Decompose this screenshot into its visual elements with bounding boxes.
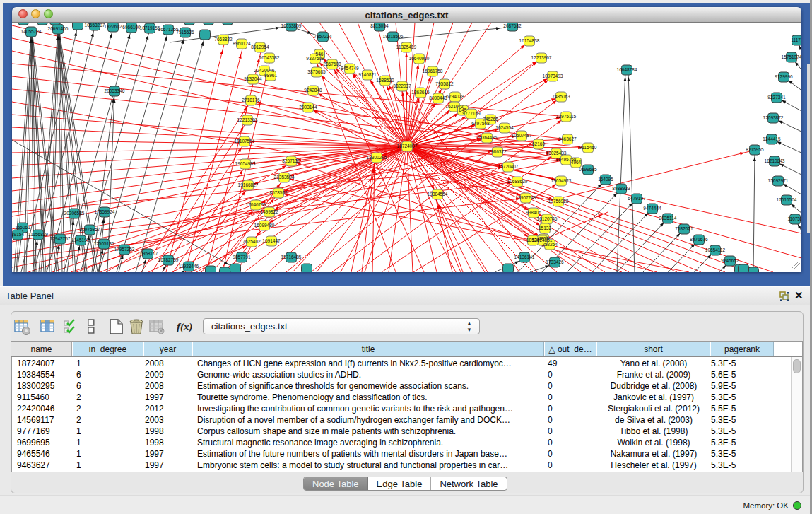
svg-text:11325419: 11325419: [396, 45, 417, 49]
svg-text:98961: 98961: [264, 73, 277, 78]
svg-text:11156829: 11156829: [28, 232, 48, 237]
svg-text:20975857: 20975857: [80, 227, 100, 232]
svg-text:20364436: 20364436: [477, 135, 498, 140]
svg-text:4964: 4964: [571, 160, 582, 165]
svg-text:1499822: 1499822: [260, 209, 278, 214]
svg-text:19654983: 19654983: [235, 161, 256, 166]
svg-text:1327602: 1327602: [104, 24, 122, 29]
svg-text:11923446: 11923446: [179, 264, 199, 269]
svg-text:12975115: 12975115: [556, 114, 577, 119]
svg-text:18107554: 18107554: [235, 139, 255, 144]
svg-text:1145191: 1145191: [72, 238, 90, 243]
svg-text:8215955: 8215955: [746, 147, 764, 152]
svg-text:14136141: 14136141: [514, 255, 535, 259]
svg-text:8938923: 8938923: [612, 186, 630, 191]
svg-text:7955812: 7955812: [435, 81, 454, 86]
svg-text:7485063: 7485063: [552, 94, 570, 99]
svg-text:7857224: 7857224: [314, 34, 332, 39]
svg-text:938406: 938406: [526, 210, 541, 215]
svg-text:0699695: 0699695: [579, 167, 597, 172]
svg-text:18907249: 18907249: [516, 195, 536, 200]
svg-text:62160: 62160: [532, 141, 545, 146]
svg-text:2903144: 2903144: [299, 105, 317, 110]
svg-text:18724007: 18724007: [397, 144, 418, 148]
svg-text:6479197: 6479197: [628, 196, 646, 201]
svg-text:8813054: 8813054: [370, 23, 389, 28]
svg-text:110753: 110753: [787, 216, 801, 221]
svg-text:9327508: 9327508: [306, 56, 324, 61]
svg-text:19654923: 19654923: [551, 178, 572, 183]
svg-text:2718176: 2718176: [242, 98, 260, 103]
svg-text:15132: 15132: [539, 226, 551, 230]
svg-text:10653287: 10653287: [85, 23, 105, 28]
svg-text:16120746: 16120746: [537, 216, 558, 221]
svg-text:18524: 18524: [526, 238, 539, 243]
svg-text:7632621: 7632621: [675, 226, 693, 231]
svg-text:1691447: 1691447: [262, 238, 281, 243]
svg-text:1733426: 1733426: [546, 259, 564, 264]
svg-text:16648784: 16648784: [617, 67, 637, 72]
svg-text:1588520: 1588520: [376, 78, 394, 83]
svg-text:9857791: 9857791: [233, 255, 251, 259]
svg-text:8267130: 8267130: [282, 158, 300, 163]
svg-text:16543382: 16543382: [259, 55, 280, 60]
svg-text:7515526: 7515526: [176, 30, 194, 35]
svg-text:8990448: 8990448: [429, 95, 447, 100]
svg-text:22420046: 22420046: [254, 68, 275, 73]
svg-text:10688639: 10688639: [507, 179, 528, 184]
svg-text:20053346: 20053346: [105, 88, 125, 93]
svg-text:2935114: 2935114: [659, 216, 677, 221]
svg-text:16033809: 16033809: [281, 23, 302, 28]
svg-text:20691406: 20691406: [48, 26, 69, 31]
svg-text:15751074: 15751074: [782, 54, 801, 59]
svg-text:7663822: 7663822: [214, 37, 233, 42]
svg-text:21353594: 21353594: [274, 175, 295, 180]
svg-text:15716485: 15716485: [281, 255, 302, 259]
svg-text:15692971: 15692971: [768, 178, 789, 183]
svg-text:39154: 39154: [12, 232, 24, 237]
svg-text:10507487: 10507487: [512, 133, 532, 138]
svg-text:8960124: 8960124: [233, 41, 251, 46]
svg-text:6497568: 6497568: [471, 121, 490, 126]
svg-text:17957253: 17957253: [114, 247, 135, 252]
svg-text:19756928: 19756928: [548, 199, 569, 204]
svg-text:10025433: 10025433: [546, 151, 567, 156]
svg-text:11172: 11172: [791, 37, 801, 42]
svg-text:12505135: 12505135: [94, 241, 114, 246]
svg-text:2087682: 2087682: [503, 23, 522, 28]
svg-text:12093872: 12093872: [763, 115, 784, 120]
svg-text:155061: 155061: [15, 225, 30, 230]
svg-text:2367608: 2367608: [323, 62, 341, 66]
svg-text:9463627: 9463627: [558, 136, 577, 141]
svg-text:9242848: 9242848: [304, 88, 322, 93]
svg-text:14055724: 14055724: [21, 29, 42, 34]
svg-text:8822037: 8822037: [393, 83, 411, 88]
svg-text:7986372: 7986372: [488, 149, 507, 154]
svg-text:6966100: 6966100: [122, 25, 141, 30]
svg-text:17046796: 17046796: [246, 202, 266, 207]
svg-text:8912954: 8912954: [251, 45, 269, 49]
svg-text:19218506: 19218506: [383, 34, 404, 39]
svg-text:7625402: 7625402: [242, 239, 261, 244]
svg-text:16961758: 16961758: [423, 69, 443, 74]
svg-text:746266: 746266: [483, 117, 498, 122]
svg-text:16210643: 16210643: [765, 158, 785, 163]
svg-text:12213967: 12213967: [531, 55, 552, 60]
svg-text:10719155: 10719155: [140, 25, 160, 30]
svg-text:16099489: 16099489: [254, 223, 275, 228]
svg-text:9146821: 9146821: [358, 72, 377, 77]
svg-text:9115460: 9115460: [579, 145, 597, 150]
svg-text:9245652: 9245652: [721, 258, 739, 263]
svg-text:6794028: 6794028: [446, 94, 464, 99]
svg-text:16154838: 16154838: [519, 38, 540, 43]
svg-text:9132044: 9132044: [244, 76, 262, 81]
svg-text:10958107: 10958107: [138, 251, 158, 256]
svg-text:9474444: 9474444: [643, 206, 661, 211]
svg-text:12213363: 12213363: [237, 117, 258, 122]
svg-text:17359924: 17359924: [95, 209, 115, 214]
svg-text:9777169: 9777169: [462, 111, 481, 116]
svg-text:18300295: 18300295: [367, 155, 387, 160]
svg-text:3875685: 3875685: [307, 69, 326, 74]
svg-text:164095: 164095: [598, 177, 613, 182]
svg-text:15720407: 15720407: [498, 164, 519, 169]
